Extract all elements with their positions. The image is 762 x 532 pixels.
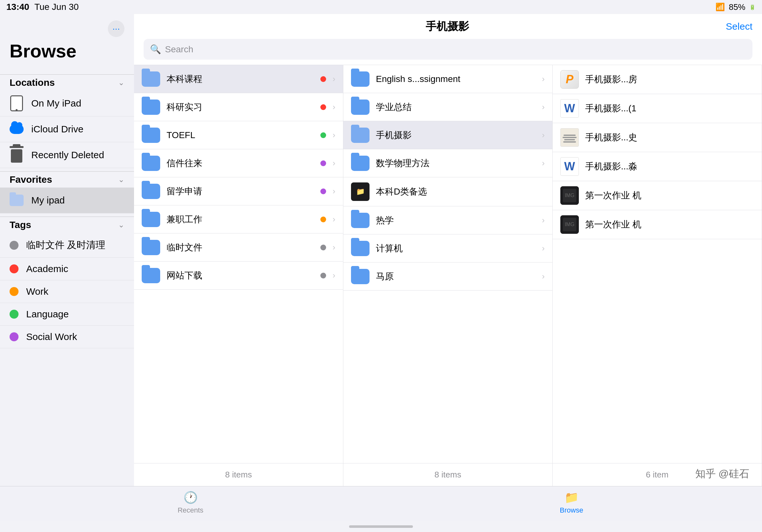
file-name: 网站下载 [167, 270, 320, 282]
locations-chevron-icon: ⌄ [118, 78, 124, 87]
work-label: Work [26, 286, 48, 297]
file-item-xueyezongjie[interactable]: 学业总结 › [343, 93, 552, 121]
my-ipad-folder-icon [10, 193, 24, 207]
file-item-keyanyanshu[interactable]: 科研实习 › [134, 93, 343, 121]
file-item-english-assignment[interactable]: English s...ssignment › [343, 65, 552, 93]
file-name: 第一次作业 机 [585, 189, 754, 202]
tag-dot [320, 76, 326, 82]
locations-title: Locations [10, 77, 55, 88]
svg-text:IMG: IMG [565, 222, 574, 227]
tag-dot [320, 161, 326, 166]
file-item-wangzhanxiazai[interactable]: 网站下载 › [134, 262, 343, 290]
ipad-icon [10, 96, 24, 110]
sidebar-item-on-my-ipad[interactable]: On My iPad [0, 91, 134, 116]
chevron-right-icon: › [333, 186, 336, 196]
column-3: P 手机摄影...房 W 手机摄影...(1 [553, 65, 762, 486]
file-item-c3r6[interactable]: IMG 第一次作业 机 [553, 210, 762, 239]
sidebar-item-my-ipad[interactable]: My ipad [0, 187, 134, 213]
locations-section-header[interactable]: Locations ⌄ [0, 74, 134, 91]
sidebar-item-social-work[interactable]: Social Work [0, 326, 134, 348]
file-item-xinjianwanglai[interactable]: 信件往来 › [134, 149, 343, 177]
folder-icon [351, 100, 369, 115]
select-button[interactable]: Select [726, 21, 752, 32]
favorites-section-header[interactable]: Favorites ⌄ [0, 171, 134, 187]
search-bar[interactable]: 🔍 Search [144, 39, 752, 60]
icloud-label: iCloud Drive [31, 124, 83, 135]
pages-icon: P [566, 73, 573, 86]
folder-icon [351, 71, 369, 87]
chevron-right-icon: › [542, 158, 545, 168]
file-item-liuxueshengqing[interactable]: 留学申请 › [134, 177, 343, 205]
folder-icon [142, 156, 160, 171]
chevron-right-icon: › [542, 215, 545, 225]
file-name: TOEFL [167, 130, 320, 140]
content-header: 手机摄影 Select [134, 14, 762, 39]
file-name: 手机摄影...淼 [585, 161, 754, 172]
phone-thumb2: IMG [560, 215, 579, 234]
sidebar-item-recently-deleted[interactable]: Recently Deleted [0, 142, 134, 168]
svg-text:IMG: IMG [565, 193, 574, 198]
file-item-jianzhigongzuo[interactable]: 兼职工作 › [134, 205, 343, 233]
file-item-jisuanji[interactable]: 计算机 › [343, 234, 552, 262]
file-item-c3r5[interactable]: IMG 第一次作业 机 [553, 181, 762, 210]
tab-browse[interactable]: 📁 Browse [381, 491, 762, 514]
file-item-linshiwenjian[interactable]: 临时文件 › [134, 233, 343, 262]
chevron-right-icon: › [333, 214, 336, 224]
file-item-shouji-sheying[interactable]: 手机摄影 › [343, 121, 552, 149]
on-my-ipad-label: On My iPad [31, 98, 81, 109]
search-placeholder: Search [165, 44, 193, 54]
file-item-mayuan[interactable]: 马原 › [343, 262, 552, 291]
file-item-c3r2[interactable]: W 手机摄影...(1 [553, 94, 762, 123]
chevron-right-icon: › [333, 158, 336, 168]
file-item-toefl[interactable]: TOEFL › [134, 121, 343, 149]
recents-icon: 🕐 [184, 491, 198, 504]
file-item-c3r1[interactable]: P 手机摄影...房 [553, 65, 762, 94]
sidebar-item-work[interactable]: Work [0, 280, 134, 303]
sidebar-item-language[interactable]: Language [0, 303, 134, 326]
word-icon: W [564, 102, 575, 115]
file-item-benkeDlei[interactable]: 📁 本科D类备选 [343, 177, 552, 206]
tab-recents[interactable]: 🕐 Recents [0, 491, 381, 514]
chevron-right-icon: › [333, 242, 336, 252]
file-name: 马原 [376, 270, 539, 283]
file-item-benkekecheng[interactable]: 本科课程 › [134, 65, 343, 93]
main-content: 手机摄影 Select 🔍 Search 本科课程 › 科研实习 [134, 14, 762, 486]
file-name: English s...ssignment [376, 74, 539, 84]
sidebar-item-temp-files[interactable]: 临时文件 及时清理 [0, 233, 134, 258]
tag-dot [320, 104, 326, 110]
file-item-shuxuewuli[interactable]: 数学物理方法 › [343, 149, 552, 177]
tag-dot [320, 273, 326, 279]
temp-files-label: 临时文件 及时清理 [26, 238, 105, 252]
chevron-right-icon: › [333, 130, 336, 140]
status-date: Tue Jun 30 [35, 2, 79, 12]
trash-icon [10, 148, 24, 162]
file-name: 临时文件 [167, 241, 320, 253]
file-name: 手机摄影 [376, 129, 539, 141]
column-1: 本科课程 › 科研实习 › TOEFL › [134, 65, 343, 486]
sidebar-item-icloud[interactable]: iCloud Drive [0, 116, 134, 142]
folder-icon [142, 240, 160, 255]
folder-icon [142, 212, 160, 227]
word-thumb2: W [560, 157, 579, 176]
file-item-c3r4[interactable]: W 手机摄影...淼 [553, 152, 762, 181]
app-container: ··· Browse Locations ⌄ On My iPad iCloud… [0, 14, 762, 486]
content-title: 手机摄影 [169, 19, 726, 34]
file-item-rexue[interactable]: 热学 › [343, 206, 552, 234]
favorites-title: Favorites [10, 174, 52, 185]
browse-label: Browse [560, 506, 583, 514]
chevron-right-icon: › [333, 74, 336, 84]
chevron-right-icon: › [542, 130, 545, 140]
file-name: 热学 [376, 214, 539, 227]
browse-icon: 📁 [565, 491, 579, 504]
folder-icon [142, 71, 160, 87]
file-name: 科研实习 [167, 101, 320, 113]
folder-icon [142, 268, 160, 283]
wifi-icon: 📶 [716, 3, 725, 12]
more-button[interactable]: ··· [108, 21, 124, 37]
tags-section-header[interactable]: Tags ⌄ [0, 217, 134, 233]
file-item-c3r3[interactable]: 手机摄影...史 [553, 123, 762, 152]
sidebar-item-academic[interactable]: Academic [0, 258, 134, 280]
folder-icon [142, 128, 160, 143]
language-label: Language [26, 309, 69, 320]
dark-folder-thumb: 📁 [351, 182, 369, 201]
